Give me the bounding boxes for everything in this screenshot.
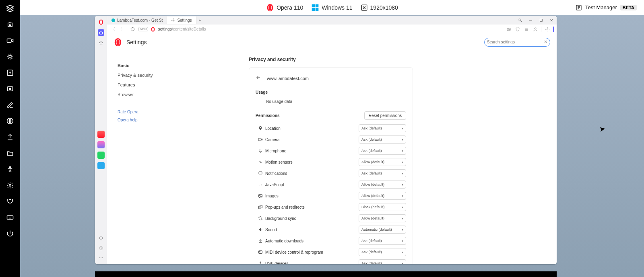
permission-select[interactable]: Allow (default) — [359, 181, 406, 189]
power-icon[interactable] — [6, 229, 14, 238]
page-title: Settings — [126, 39, 147, 45]
video-icon[interactable] — [6, 36, 14, 45]
gear-icon[interactable] — [6, 181, 14, 190]
opera-logo-icon[interactable] — [98, 19, 104, 25]
profile-icon[interactable] — [532, 26, 538, 32]
windows-taskbar[interactable] — [95, 271, 557, 277]
accent-pill — [553, 27, 554, 32]
svg-rect-39 — [260, 149, 261, 152]
settings-nav: Basic Privacy & security Features Browse… — [107, 50, 176, 264]
history-icon[interactable] — [98, 245, 104, 251]
nav-basic[interactable]: Basic — [118, 61, 170, 70]
record-icon[interactable] — [6, 84, 14, 93]
resolution-label: 1920x1080 — [370, 4, 398, 11]
desktop: LambdaTest.com - Get St Settings + ─ ✕ — [20, 15, 644, 277]
switch-icon[interactable] — [6, 197, 14, 206]
permission-select[interactable]: Ask (default) — [359, 237, 406, 245]
zoom-icon[interactable] — [6, 68, 14, 77]
tab-settings[interactable]: Settings — [167, 16, 196, 24]
usage-empty-text: No usage data — [256, 97, 406, 111]
bookmarks-icon[interactable] — [98, 40, 104, 46]
nav-browser[interactable]: Browser — [118, 90, 170, 99]
reset-permissions-button[interactable]: Reset permissions — [364, 111, 406, 120]
permission-select[interactable]: Automatic (default) — [359, 226, 406, 234]
lambda-logo-icon[interactable] — [6, 4, 14, 13]
screenshot-icon[interactable] — [506, 26, 512, 32]
tab-label: LambdaTest.com - Get St — [117, 18, 163, 23]
tab-lambdatest[interactable]: LambdaTest.com - Get St — [107, 16, 167, 24]
permission-row: Motion sensorsAllow (default) — [256, 156, 406, 168]
close-button[interactable]: ✕ — [547, 17, 555, 23]
permission-select[interactable]: Ask (default) — [359, 259, 406, 264]
menu-lines-icon[interactable] — [523, 26, 529, 32]
popups-icon — [256, 205, 265, 209]
usage-header: Usage — [256, 90, 406, 94]
opera-help-link[interactable]: Opera help — [118, 118, 170, 122]
keyboard-icon[interactable] — [6, 213, 14, 222]
accessibility-icon[interactable] — [6, 165, 14, 174]
permission-label: JavaScript — [265, 183, 359, 187]
browser-label: Opera 110 — [277, 4, 303, 11]
svg-rect-16 — [316, 8, 319, 11]
nav-forward-icon[interactable]: 〉 — [119, 26, 126, 33]
nav-features[interactable]: Features — [118, 80, 170, 90]
opera-logo-icon — [114, 38, 122, 47]
permission-select[interactable]: Block (default) — [359, 203, 406, 211]
permission-label: USB devices — [265, 261, 359, 265]
folder-icon[interactable] — [6, 149, 14, 158]
location-icon — [256, 126, 265, 131]
vpn-badge[interactable]: VPN — [138, 27, 148, 31]
permission-select[interactable]: Allow (default) — [359, 192, 406, 200]
permission-row: LocationAsk (default) — [256, 123, 406, 134]
permission-select[interactable]: Ask (default) — [359, 147, 406, 155]
search-input[interactable] — [487, 40, 544, 44]
nav-privacy[interactable]: Privacy & security — [118, 70, 170, 80]
heart-outline-icon[interactable] — [514, 26, 520, 32]
url-display[interactable]: settings/content/siteDetails — [158, 27, 503, 31]
speed-dial-icon[interactable] — [98, 29, 104, 36]
rail-app-aria-icon[interactable] — [97, 131, 105, 138]
rail-app-messenger-icon[interactable] — [97, 141, 105, 148]
mic-icon — [256, 148, 265, 153]
usb-icon — [256, 261, 265, 264]
more-icon[interactable] — [98, 254, 104, 261]
permission-select[interactable]: Allow (default) — [359, 214, 406, 222]
camera-icon[interactable] — [6, 20, 14, 29]
permission-label: Location — [265, 126, 359, 131]
upload-icon[interactable] — [6, 133, 14, 142]
svg-point-8 — [9, 185, 11, 187]
permission-label: Images — [265, 194, 359, 198]
rate-opera-link[interactable]: Rate Opera — [118, 110, 170, 114]
rail-app-whatsapp-icon[interactable] — [97, 152, 105, 159]
permission-select[interactable]: Ask (default) — [359, 135, 406, 144]
permission-label: Background sync — [265, 216, 359, 221]
os-label: Windows 11 — [322, 4, 352, 11]
permission-select[interactable]: Ask (default) — [359, 248, 406, 256]
test-manager-label[interactable]: Test Manager — [585, 4, 617, 10]
svg-rect-14 — [316, 4, 319, 7]
permission-select[interactable]: Allow (default) — [359, 158, 406, 166]
search-tabs-icon[interactable] — [516, 17, 524, 23]
new-tab-button[interactable]: + — [196, 16, 204, 24]
section-title: Privacy and security — [249, 57, 557, 62]
permission-row: Pop-ups and redirectsBlock (default) — [256, 201, 406, 213]
clear-icon[interactable]: ✕ — [544, 39, 547, 45]
svg-point-2 — [9, 55, 11, 58]
settings-content[interactable]: Privacy and security www.lambdatest.com … — [176, 50, 557, 264]
minimize-button[interactable]: ─ — [526, 17, 535, 23]
permission-select[interactable]: Ask (default) — [359, 169, 406, 177]
sync-icon — [256, 216, 265, 221]
back-arrow-icon[interactable] — [256, 75, 261, 82]
heart-icon[interactable] — [98, 235, 104, 242]
permission-select[interactable]: Ask (default) — [359, 124, 406, 132]
easy-setup-icon[interactable] — [544, 26, 550, 32]
rail-app-telegram-icon[interactable] — [97, 162, 105, 169]
nav-back-icon[interactable]: 〈 — [109, 26, 117, 33]
compose-icon[interactable] — [6, 101, 14, 109]
maximize-button[interactable] — [537, 17, 545, 23]
reload-icon[interactable] — [129, 26, 136, 33]
midi-icon — [256, 250, 265, 254]
search-settings[interactable]: ✕ — [484, 38, 550, 47]
bug-icon[interactable] — [6, 52, 14, 61]
network-icon[interactable] — [6, 117, 14, 125]
